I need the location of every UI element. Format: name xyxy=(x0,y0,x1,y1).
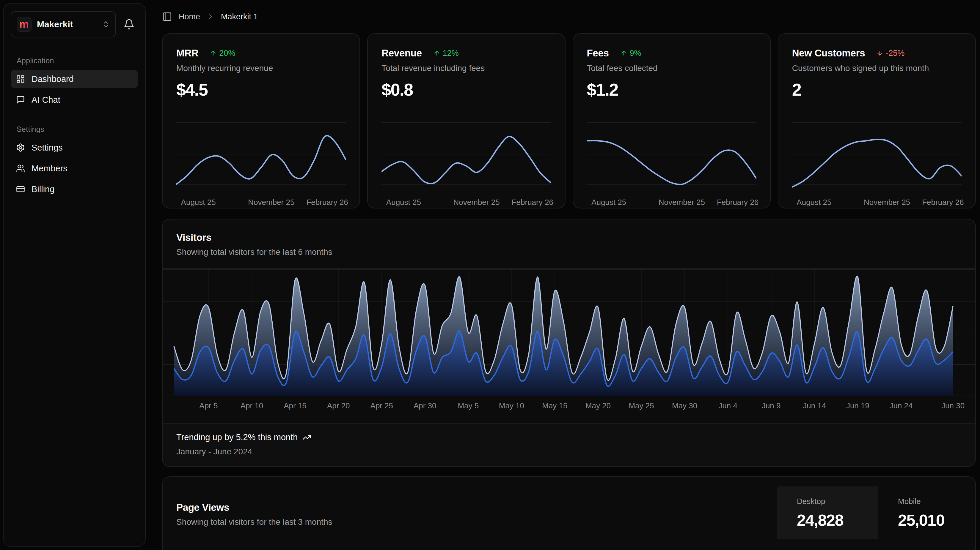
trending-up-icon xyxy=(302,433,311,442)
breadcrumb-current: Makerkit 1 xyxy=(221,12,258,21)
sparkline-tick-label: November 25 xyxy=(453,198,500,207)
stat-sparkline-chart xyxy=(792,118,962,193)
billing-icon xyxy=(16,185,25,193)
sidebar-item-label: AI Chat xyxy=(32,95,60,105)
stat-subtitle: Monthly recurring revenue xyxy=(176,63,346,73)
page-views-toggles: Desktop24,828Mobile25,010 xyxy=(777,487,976,539)
sidebar-item-dashboard[interactable]: Dashboard xyxy=(11,70,138,88)
team-name: Makerkit xyxy=(37,19,96,29)
stat-value: $4.5 xyxy=(176,79,346,100)
sparkline-tick-label: November 25 xyxy=(659,198,705,207)
bell-icon xyxy=(123,19,135,30)
sidebar-item-members[interactable]: Members xyxy=(11,159,138,178)
sidebar-item-label: Billing xyxy=(32,184,54,194)
svg-text:Apr 20: Apr 20 xyxy=(327,401,350,410)
stat-title: New Customers xyxy=(792,48,865,59)
page-views-toggle-value: 25,010 xyxy=(898,511,976,529)
svg-text:Jun 24: Jun 24 xyxy=(889,401,913,410)
stat-subtitle: Total fees collected xyxy=(587,63,756,73)
stat-x-axis: August 25November 25February 26 xyxy=(587,198,756,208)
sidebar-item-label: Settings xyxy=(32,143,63,153)
panel-left-icon xyxy=(162,11,172,22)
nav-section-label-settings: Settings xyxy=(17,125,138,134)
sparkline-tick-label: August 25 xyxy=(592,198,626,207)
visitors-trend-text: Trending up by 5.2% this month xyxy=(176,433,298,442)
sidebar-toggle-button[interactable] xyxy=(162,11,172,22)
stat-cards-row: MRR20%Monthly recurring revenue$4.5Augus… xyxy=(162,33,976,208)
svg-text:May 30: May 30 xyxy=(672,401,697,410)
nav-section-label-application: Application xyxy=(17,56,138,65)
svg-text:Jun 4: Jun 4 xyxy=(718,401,737,410)
stat-change-badge: -25% xyxy=(876,49,904,58)
stat-change-badge: 12% xyxy=(433,49,459,58)
stat-change-value: 9% xyxy=(630,49,641,58)
svg-text:May 15: May 15 xyxy=(542,401,567,410)
svg-text:Apr 30: Apr 30 xyxy=(414,401,436,410)
svg-text:May 10: May 10 xyxy=(499,401,524,410)
stat-x-axis: August 25November 25February 26 xyxy=(176,198,346,208)
team-selector[interactable]: m Makerkit xyxy=(11,11,116,37)
visitors-card: Visitors Showing total visitors for the … xyxy=(162,219,976,467)
makerkit-logo: m xyxy=(17,17,32,32)
visitors-date-range: January - June 2024 xyxy=(176,447,962,456)
arrow-up-icon xyxy=(433,49,440,57)
stat-card-fees: Fees9%Total fees collected$1.2August 25N… xyxy=(573,33,771,208)
stat-sparkline-chart xyxy=(587,118,756,193)
svg-text:Jun 9: Jun 9 xyxy=(762,401,781,410)
stat-title: MRR xyxy=(176,48,198,59)
svg-text:May 20: May 20 xyxy=(585,401,611,410)
page-views-toggle-desktop[interactable]: Desktop24,828 xyxy=(777,487,878,539)
stat-change-badge: 9% xyxy=(620,49,641,58)
sidebar-item-settings[interactable]: Settings xyxy=(11,138,138,157)
stat-value: $0.8 xyxy=(382,79,551,100)
svg-text:Apr 25: Apr 25 xyxy=(370,401,393,410)
sparkline-tick-label: August 25 xyxy=(797,198,831,207)
stat-change-value: 20% xyxy=(219,49,235,58)
notifications-button[interactable] xyxy=(120,11,138,37)
stat-x-axis: August 25November 25February 26 xyxy=(792,198,962,208)
sidebar: m Makerkit ApplicationDashboardAI ChatSe… xyxy=(3,3,146,547)
sparkline-tick-label: November 25 xyxy=(248,198,294,207)
page-views-toggle-mobile[interactable]: Mobile25,010 xyxy=(898,487,976,539)
sidebar-item-label: Members xyxy=(32,164,67,173)
arrow-down-icon xyxy=(876,49,883,57)
chevrons-up-down-icon xyxy=(102,20,110,29)
sparkline-tick-label: February 26 xyxy=(717,198,759,207)
stat-card-revenue: Revenue12%Total revenue including fees$0… xyxy=(367,33,565,208)
visitors-footer: Trending up by 5.2% this month January -… xyxy=(163,423,975,466)
page-views-toggle-label: Desktop xyxy=(797,497,878,506)
stat-change-value: -25% xyxy=(886,49,904,58)
svg-text:May 25: May 25 xyxy=(628,401,654,410)
stat-change-badge: 20% xyxy=(210,49,235,58)
breadcrumb: Home Makerkit 1 xyxy=(162,0,976,33)
stat-title: Fees xyxy=(587,48,609,59)
svg-text:Apr 5: Apr 5 xyxy=(199,401,218,410)
sparkline-tick-label: February 26 xyxy=(512,198,553,207)
dashboard-icon xyxy=(16,74,25,84)
breadcrumb-home-link[interactable]: Home xyxy=(179,12,200,21)
sidebar-item-label: Dashboard xyxy=(32,74,74,84)
stat-title: Revenue xyxy=(382,48,422,59)
sidebar-item-ai-chat[interactable]: AI Chat xyxy=(11,90,138,109)
visitors-area-chart: Apr 5Apr 10Apr 15Apr 20Apr 25Apr 30May 5… xyxy=(163,269,975,412)
stat-value: 2 xyxy=(792,79,962,100)
page-views-toggle-value: 24,828 xyxy=(797,511,878,529)
svg-text:Apr 10: Apr 10 xyxy=(240,401,263,410)
sparkline-tick-label: August 25 xyxy=(386,198,421,207)
arrow-up-icon xyxy=(210,49,217,57)
svg-text:Jun 19: Jun 19 xyxy=(846,401,869,410)
sidebar-item-billing[interactable]: Billing xyxy=(11,180,138,198)
svg-text:Apr 15: Apr 15 xyxy=(284,401,306,410)
page-views-toggle-label: Mobile xyxy=(898,497,976,506)
stat-subtitle: Total revenue including fees xyxy=(382,63,551,73)
settings-icon xyxy=(16,143,25,152)
svg-text:Jun 30: Jun 30 xyxy=(941,401,964,410)
visitors-subtitle: Showing total visitors for the last 6 mo… xyxy=(176,247,962,257)
makerkit-logo-letter: m xyxy=(19,19,29,30)
stat-card-mrr: MRR20%Monthly recurring revenue$4.5Augus… xyxy=(162,33,360,208)
stat-sparkline-chart xyxy=(382,118,551,193)
stat-value: $1.2 xyxy=(587,79,756,100)
sidebar-nav: ApplicationDashboardAI ChatSettingsSetti… xyxy=(11,56,138,198)
sparkline-tick-label: February 26 xyxy=(306,198,348,207)
sparkline-tick-label: February 26 xyxy=(922,198,964,207)
